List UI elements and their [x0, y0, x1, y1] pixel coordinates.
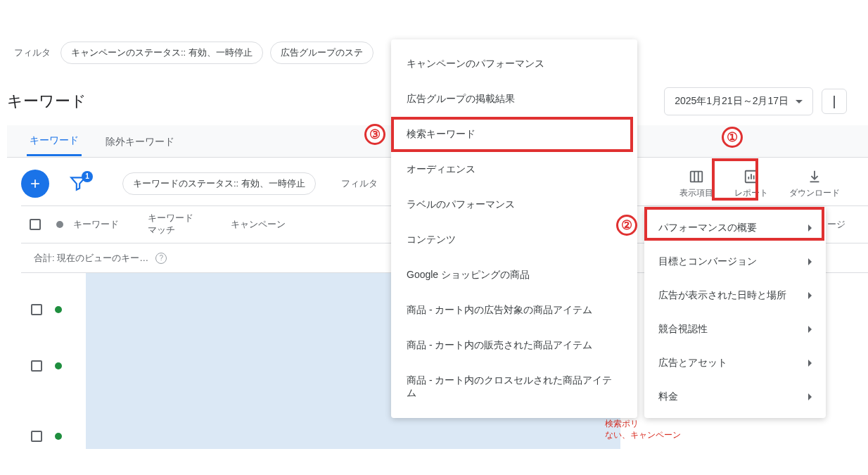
date-range-picker[interactable]: 2025年1月21日～2月17日	[664, 87, 813, 115]
filter-chip-keyword-status[interactable]: キーワードのステータス:: 有効、一時停止	[122, 172, 316, 195]
menu-item-adgroup-results[interactable]: 広告グループの掲載結果	[391, 82, 637, 117]
date-range-text: 2025年1月21日～2月17日	[675, 95, 789, 108]
chevron-right-icon	[808, 224, 812, 232]
download-label: ダウンロード	[789, 187, 840, 199]
menu-item-ads-assets[interactable]: 広告とアセット	[644, 346, 826, 380]
select-all-checkbox[interactable]	[21, 219, 49, 230]
download-icon	[807, 169, 822, 184]
menu-item-shopping-products[interactable]: Google ショッピングの商品	[391, 258, 637, 293]
filter-label: フィルタ	[14, 46, 51, 59]
row-checkbox[interactable]	[31, 304, 42, 315]
col-match-type[interactable]: キーワード マッチ	[148, 213, 231, 236]
col-campaign[interactable]: キャンペーン	[231, 218, 336, 231]
row-status-dot	[55, 362, 62, 369]
report-category-menu: パフォーマンスの概要 目標とコンバージョン 広告が表示された日時と場所 競合視認…	[644, 207, 826, 418]
summary-text: 合計: 現在のビューのキー…	[34, 252, 148, 265]
menu-item-cart-ad-items[interactable]: 商品 - カート内の広告対象の商品アイテム	[391, 293, 637, 328]
status-column-dot	[49, 221, 70, 228]
menu-item-goals-conversions[interactable]: 目標とコンバージョン	[644, 245, 826, 279]
table-row[interactable]	[21, 415, 62, 457]
menu-item-content[interactable]: コンテンツ	[391, 222, 637, 258]
row-status-dot	[55, 306, 62, 313]
columns-label: 表示項目	[679, 187, 713, 199]
col-keyword[interactable]: キーワード	[70, 218, 148, 231]
menu-item-performance-overview[interactable]: パフォーマンスの概要	[644, 211, 826, 245]
plus-icon	[28, 177, 42, 191]
policy-line1: 検索ポリ	[605, 419, 681, 430]
menu-item-label: 広告が表示された日時と場所	[658, 289, 786, 302]
caret-down-icon	[796, 100, 803, 103]
chevron-right-icon	[808, 292, 812, 299]
tab-keywords[interactable]: キーワード	[27, 126, 82, 156]
columns-button[interactable]: 表示項目	[679, 169, 713, 199]
barchart-icon	[743, 169, 759, 184]
chevron-right-icon	[808, 393, 812, 400]
chevron-right-icon	[808, 360, 812, 367]
help-icon[interactable]: ?	[155, 253, 167, 264]
svg-rect-0	[691, 171, 703, 182]
prev-range-button[interactable]	[822, 89, 847, 114]
policy-warning-text: 検索ポリ ない、キャンペーン	[605, 419, 681, 441]
table-row[interactable]	[21, 345, 62, 387]
menu-item-label: パフォーマンスの概要	[658, 222, 757, 234]
columns-icon	[689, 169, 704, 184]
menu-item-campaign-performance[interactable]: キャンペーンのパフォーマンス	[391, 46, 637, 82]
menu-item-search-keywords[interactable]: 検索キーワード	[391, 117, 637, 152]
filter-chip-campaign-status[interactable]: キャンペーンのステータス:: 有効、一時停止	[60, 42, 263, 64]
row-checkbox[interactable]	[31, 360, 42, 372]
menu-item-cart-sold-items[interactable]: 商品 - カート内の販売された商品アイテム	[391, 328, 637, 363]
col-right-snippet: ージ	[827, 218, 845, 231]
menu-item-label: 料金	[658, 391, 678, 403]
row-status-dot	[55, 433, 62, 440]
menu-item-audience[interactable]: オーディエンス	[391, 152, 637, 187]
chevron-right-icon	[808, 258, 812, 265]
table-row[interactable]	[21, 289, 62, 331]
policy-line2: ない、キャンペーン	[605, 430, 681, 441]
toolbar-right: 表示項目 レポート ダウンロード	[679, 169, 840, 199]
toolbar-filter-label: フィルタ	[341, 177, 378, 190]
report-button[interactable]: レポート	[734, 169, 768, 199]
menu-item-competitive-visibility[interactable]: 競合視認性	[644, 312, 826, 346]
chevron-left-icon	[834, 96, 835, 107]
menu-item-label-performance[interactable]: ラベルのパフォーマンス	[391, 187, 637, 222]
menu-item-cart-crosssell-items[interactable]: 商品 - カート内のクロスセルされた商品アイテム	[391, 363, 637, 411]
menu-item-label: 広告とアセット	[658, 357, 727, 369]
report-submenu: キャンペーンのパフォーマンス 広告グループの掲載結果 検索キーワード オーディエ…	[391, 39, 637, 418]
app-stage: フィルタ キャンペーンのステータス:: 有効、一時停止 広告グループのステ キー…	[0, 0, 868, 475]
row-checkbox[interactable]	[31, 431, 42, 442]
tab-negative-keywords[interactable]: 除外キーワード	[103, 127, 177, 156]
menu-item-label: 目標とコンバージョン	[658, 255, 757, 268]
menu-item-label: 競合視認性	[658, 323, 708, 336]
menu-item-fees[interactable]: 料金	[644, 380, 826, 414]
menu-item-ad-where-when[interactable]: 広告が表示された日時と場所	[644, 279, 826, 312]
chevron-right-icon	[808, 326, 812, 333]
filter-chip-adgroup-status[interactable]: 広告グループのステ	[270, 42, 374, 64]
date-area: 2025年1月21日～2月17日	[664, 87, 847, 115]
filter-funnel-button[interactable]: 1	[69, 174, 87, 194]
add-keyword-button[interactable]	[21, 170, 49, 198]
report-label: レポート	[734, 187, 768, 199]
page-title: キーワード	[7, 91, 87, 112]
download-button[interactable]: ダウンロード	[789, 169, 840, 199]
funnel-badge: 1	[82, 171, 93, 182]
